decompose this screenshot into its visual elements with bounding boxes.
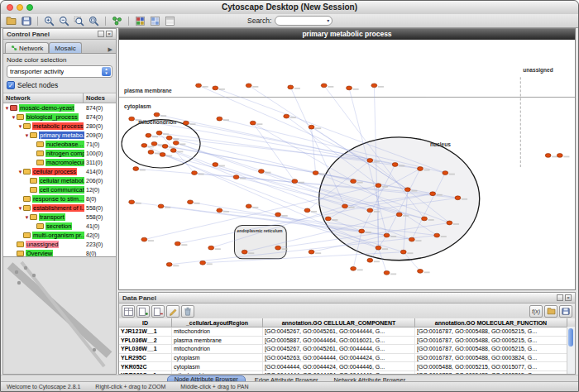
network-node[interactable] (342, 204, 348, 208)
tab-scroll-right-icon[interactable]: ▶ (107, 46, 114, 53)
tree-item[interactable]: ▼establishment of l...558(0) (3, 203, 116, 213)
network-node[interactable] (392, 163, 398, 167)
network-node[interactable] (313, 171, 318, 175)
tree-item[interactable]: ▼multi-organism pr...42(0) (3, 231, 116, 240)
tree-item[interactable]: ▼transport558(0) (3, 213, 116, 222)
import-attributes-icon[interactable] (544, 305, 557, 318)
column-header[interactable]: annotation.GO MOLECULAR_FUNCTION (415, 318, 567, 327)
expand-arrow-icon[interactable]: ▼ (17, 206, 23, 211)
network-node[interactable] (367, 258, 373, 262)
search-box[interactable]: ▾ (275, 16, 333, 26)
network-edge[interactable] (215, 88, 445, 173)
network-column-header[interactable]: Network (3, 93, 84, 103)
network-node[interactable] (183, 121, 189, 125)
expand-arrow-icon[interactable]: ▼ (17, 170, 23, 174)
tree-item[interactable]: ▼nucleobase...71(0) (3, 140, 116, 149)
network-node[interactable] (447, 221, 452, 225)
network-node[interactable] (455, 196, 461, 200)
network-node[interactable] (213, 86, 218, 90)
network-node[interactable] (158, 204, 164, 208)
tree-item[interactable]: ▼mosaic-demo-yeast874(0) (3, 103, 116, 112)
tab-mosaic[interactable]: Mosaic (49, 42, 81, 53)
network-node[interactable] (146, 133, 151, 137)
delete-attribute-icon[interactable] (151, 305, 165, 318)
network-node[interactable] (156, 131, 162, 135)
float-panel-icon[interactable] (557, 294, 563, 301)
close-panel-icon[interactable]: × (565, 294, 572, 301)
expand-arrow-icon[interactable]: ▼ (4, 106, 10, 111)
network-node[interactable] (325, 217, 331, 221)
column-header[interactable]: annotation.GO CELLULAR_COMPONENT (263, 318, 415, 327)
network-node[interactable] (400, 250, 406, 254)
network-node[interactable] (371, 84, 377, 88)
table-row[interactable]: YLR295Ccytoplasm[GO:0045263, GO:0044444,… (119, 354, 575, 363)
network-node[interactable] (376, 246, 381, 250)
network-canvas[interactable]: plasma membrane cytoplasm mitochondrion … (119, 40, 575, 289)
network-edge[interactable] (199, 85, 370, 160)
column-header[interactable]: _cellularLayoutRegion (172, 318, 263, 327)
network-node[interactable] (418, 269, 423, 273)
network-node[interactable] (233, 175, 239, 179)
network-node[interactable] (160, 153, 165, 157)
network-view-title[interactable]: primary metabolic process (119, 29, 575, 40)
network-node[interactable] (196, 84, 202, 88)
network-node[interactable] (166, 262, 172, 266)
network-node[interactable] (141, 237, 147, 241)
tree-item[interactable]: ▼cellular process414(0) (3, 167, 116, 176)
network-node[interactable] (192, 171, 198, 175)
network-node[interactable] (217, 208, 223, 213)
table-row[interactable]: YDR039C__1mitochondrion[GO:0044444, GO:0… (119, 371, 575, 374)
table-row[interactable]: YKR052Ccytoplasm[GO:0044444, GO:0044424,… (119, 362, 575, 371)
expand-arrow-icon[interactable]: ▼ (11, 115, 17, 120)
network-node[interactable] (200, 261, 206, 265)
network-node[interactable] (250, 121, 256, 125)
plugin-grid-icon[interactable] (164, 15, 176, 26)
network-node[interactable] (187, 200, 193, 204)
zoom-out-icon[interactable] (58, 15, 70, 26)
table-row[interactable]: YPL036W__2plasma membrane[GO:0005887, GO… (119, 337, 575, 346)
tree-item[interactable]: ▼nitrogen compo...100(0) (3, 149, 116, 158)
select-nodes-checkbox[interactable]: ✓ (7, 81, 15, 89)
network-node[interactable] (170, 148, 176, 152)
table-row[interactable]: YPL036W__1mitochondrion[GO:0045267, GO:0… (119, 345, 575, 354)
network-node[interactable] (418, 167, 423, 171)
tree-item[interactable]: ▼cell communicat...12(0) (3, 185, 116, 194)
network-node[interactable] (422, 217, 428, 221)
network-node[interactable] (376, 184, 381, 188)
network-node[interactable] (304, 208, 310, 213)
network-node[interactable] (258, 170, 264, 174)
network-node[interactable] (430, 192, 436, 196)
network-node[interactable] (351, 266, 356, 270)
birdseye-view[interactable] (2, 256, 117, 375)
node-color-dropdown[interactable]: transporter activity ▲▼ (7, 65, 112, 78)
network-node[interactable] (321, 84, 327, 88)
network-node[interactable] (404, 188, 410, 192)
select-attributes-icon[interactable] (122, 305, 135, 318)
column-header[interactable]: ID (119, 318, 172, 327)
network-node[interactable] (443, 171, 448, 175)
dropdown-arrow-icon[interactable]: ▲▼ (102, 67, 111, 76)
network-node[interactable] (351, 179, 356, 184)
create-attribute-icon[interactable] (136, 305, 150, 318)
tree-item[interactable]: ▼response to stim...8(0) (3, 194, 116, 203)
network-node[interactable] (288, 85, 294, 89)
network-overview-icon[interactable] (111, 15, 123, 26)
network-node[interactable] (133, 167, 139, 171)
search-dropdown-icon[interactable]: ▾ (327, 18, 329, 23)
table-row[interactable]: YJR121W__1mitochondrion[GO:0045267, GO:0… (119, 327, 575, 337)
trash-icon[interactable] (181, 305, 194, 318)
tree-item[interactable]: ▼cellular metabol...206(0) (3, 176, 116, 185)
zoom-fit-icon[interactable] (88, 15, 100, 26)
network-node[interactable] (246, 84, 251, 88)
edit-attribute-icon[interactable] (166, 305, 179, 318)
network-node[interactable] (173, 141, 179, 145)
export-attributes-icon[interactable] (559, 305, 572, 318)
network-node[interactable] (151, 141, 157, 146)
network-node[interactable] (347, 86, 352, 90)
network-node[interactable] (166, 136, 172, 140)
network-node[interactable] (162, 144, 168, 148)
network-node[interactable] (434, 233, 440, 237)
network-node[interactable] (309, 250, 314, 254)
network-node[interactable] (175, 241, 180, 246)
expand-arrow-icon[interactable]: ▼ (17, 124, 23, 129)
